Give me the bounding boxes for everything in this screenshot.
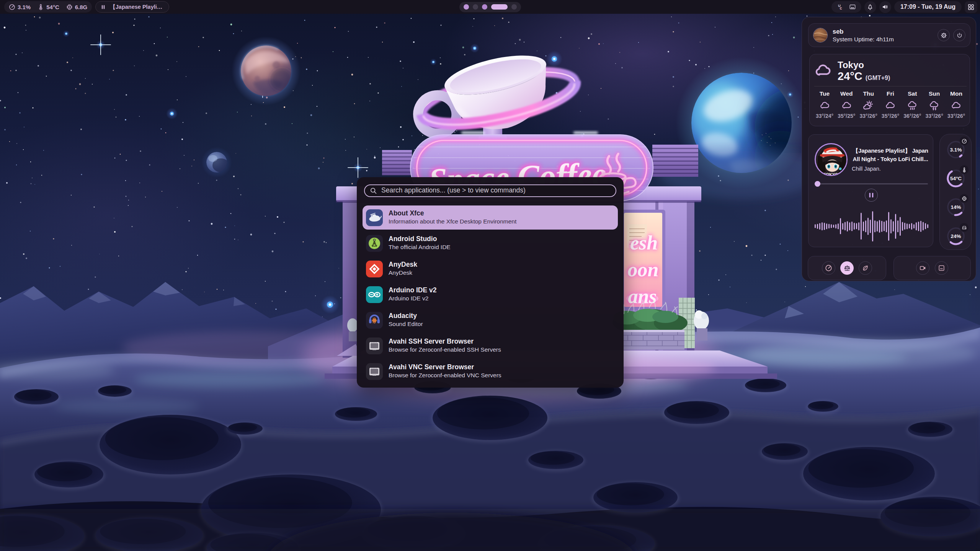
svg-text:TOKYO L: TOKYO L xyxy=(823,172,842,176)
svg-text:oon: oon xyxy=(628,259,659,280)
svg-text:c: c xyxy=(840,6,842,10)
svg-text:esh: esh xyxy=(630,232,658,254)
